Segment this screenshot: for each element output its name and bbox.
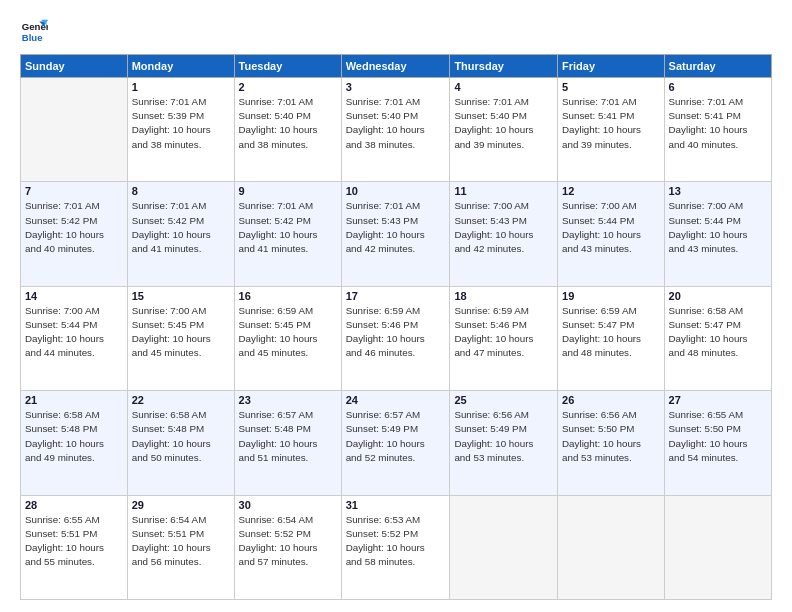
day-number: 6 <box>669 81 767 93</box>
day-detail: Sunrise: 7:01 AM Sunset: 5:42 PM Dayligh… <box>132 199 230 256</box>
calendar-header-thursday: Thursday <box>450 55 558 78</box>
day-number: 27 <box>669 394 767 406</box>
calendar-header-row: SundayMondayTuesdayWednesdayThursdayFrid… <box>21 55 772 78</box>
calendar-week-3: 14Sunrise: 7:00 AM Sunset: 5:44 PM Dayli… <box>21 286 772 390</box>
day-number: 9 <box>239 185 337 197</box>
calendar-header-wednesday: Wednesday <box>341 55 450 78</box>
calendar-cell <box>450 495 558 599</box>
calendar-cell: 7Sunrise: 7:01 AM Sunset: 5:42 PM Daylig… <box>21 182 128 286</box>
day-number: 31 <box>346 499 446 511</box>
calendar-cell: 2Sunrise: 7:01 AM Sunset: 5:40 PM Daylig… <box>234 78 341 182</box>
day-number: 14 <box>25 290 123 302</box>
calendar-cell: 13Sunrise: 7:00 AM Sunset: 5:44 PM Dayli… <box>664 182 771 286</box>
calendar-cell: 30Sunrise: 6:54 AM Sunset: 5:52 PM Dayli… <box>234 495 341 599</box>
calendar-cell: 10Sunrise: 7:01 AM Sunset: 5:43 PM Dayli… <box>341 182 450 286</box>
day-detail: Sunrise: 6:59 AM Sunset: 5:46 PM Dayligh… <box>346 304 446 361</box>
day-number: 11 <box>454 185 553 197</box>
calendar-cell: 11Sunrise: 7:00 AM Sunset: 5:43 PM Dayli… <box>450 182 558 286</box>
day-detail: Sunrise: 6:55 AM Sunset: 5:50 PM Dayligh… <box>669 408 767 465</box>
calendar-header-monday: Monday <box>127 55 234 78</box>
day-detail: Sunrise: 6:58 AM Sunset: 5:47 PM Dayligh… <box>669 304 767 361</box>
calendar-cell: 14Sunrise: 7:00 AM Sunset: 5:44 PM Dayli… <box>21 286 128 390</box>
day-detail: Sunrise: 6:55 AM Sunset: 5:51 PM Dayligh… <box>25 513 123 570</box>
svg-text:Blue: Blue <box>22 32 43 43</box>
day-detail: Sunrise: 7:01 AM Sunset: 5:39 PM Dayligh… <box>132 95 230 152</box>
day-detail: Sunrise: 6:59 AM Sunset: 5:47 PM Dayligh… <box>562 304 660 361</box>
day-number: 24 <box>346 394 446 406</box>
calendar-cell <box>664 495 771 599</box>
calendar-cell: 8Sunrise: 7:01 AM Sunset: 5:42 PM Daylig… <box>127 182 234 286</box>
calendar-cell: 5Sunrise: 7:01 AM Sunset: 5:41 PM Daylig… <box>558 78 665 182</box>
logo-icon: General Blue <box>20 18 48 46</box>
day-number: 20 <box>669 290 767 302</box>
day-detail: Sunrise: 6:58 AM Sunset: 5:48 PM Dayligh… <box>25 408 123 465</box>
day-number: 2 <box>239 81 337 93</box>
day-number: 21 <box>25 394 123 406</box>
day-number: 5 <box>562 81 660 93</box>
calendar-cell: 15Sunrise: 7:00 AM Sunset: 5:45 PM Dayli… <box>127 286 234 390</box>
day-number: 4 <box>454 81 553 93</box>
day-detail: Sunrise: 6:56 AM Sunset: 5:50 PM Dayligh… <box>562 408 660 465</box>
day-number: 1 <box>132 81 230 93</box>
day-detail: Sunrise: 7:01 AM Sunset: 5:42 PM Dayligh… <box>239 199 337 256</box>
day-detail: Sunrise: 6:53 AM Sunset: 5:52 PM Dayligh… <box>346 513 446 570</box>
calendar-week-4: 21Sunrise: 6:58 AM Sunset: 5:48 PM Dayli… <box>21 391 772 495</box>
calendar-cell: 31Sunrise: 6:53 AM Sunset: 5:52 PM Dayli… <box>341 495 450 599</box>
day-number: 15 <box>132 290 230 302</box>
day-detail: Sunrise: 7:01 AM Sunset: 5:40 PM Dayligh… <box>346 95 446 152</box>
calendar-cell: 9Sunrise: 7:01 AM Sunset: 5:42 PM Daylig… <box>234 182 341 286</box>
calendar-header-tuesday: Tuesday <box>234 55 341 78</box>
calendar-cell: 24Sunrise: 6:57 AM Sunset: 5:49 PM Dayli… <box>341 391 450 495</box>
day-number: 30 <box>239 499 337 511</box>
day-number: 28 <box>25 499 123 511</box>
day-detail: Sunrise: 6:56 AM Sunset: 5:49 PM Dayligh… <box>454 408 553 465</box>
calendar-week-1: 1Sunrise: 7:01 AM Sunset: 5:39 PM Daylig… <box>21 78 772 182</box>
calendar-cell: 4Sunrise: 7:01 AM Sunset: 5:40 PM Daylig… <box>450 78 558 182</box>
page: General Blue SundayMondayTuesdayWednesda… <box>0 0 792 612</box>
calendar-header-friday: Friday <box>558 55 665 78</box>
calendar-cell: 28Sunrise: 6:55 AM Sunset: 5:51 PM Dayli… <box>21 495 128 599</box>
day-detail: Sunrise: 6:58 AM Sunset: 5:48 PM Dayligh… <box>132 408 230 465</box>
day-number: 25 <box>454 394 553 406</box>
calendar-cell: 18Sunrise: 6:59 AM Sunset: 5:46 PM Dayli… <box>450 286 558 390</box>
day-number: 26 <box>562 394 660 406</box>
calendar-cell: 22Sunrise: 6:58 AM Sunset: 5:48 PM Dayli… <box>127 391 234 495</box>
calendar-cell <box>21 78 128 182</box>
calendar-cell: 25Sunrise: 6:56 AM Sunset: 5:49 PM Dayli… <box>450 391 558 495</box>
day-detail: Sunrise: 7:01 AM Sunset: 5:43 PM Dayligh… <box>346 199 446 256</box>
calendar-cell <box>558 495 665 599</box>
day-detail: Sunrise: 7:01 AM Sunset: 5:40 PM Dayligh… <box>454 95 553 152</box>
calendar-cell: 20Sunrise: 6:58 AM Sunset: 5:47 PM Dayli… <box>664 286 771 390</box>
calendar-header-saturday: Saturday <box>664 55 771 78</box>
calendar-week-5: 28Sunrise: 6:55 AM Sunset: 5:51 PM Dayli… <box>21 495 772 599</box>
logo: General Blue <box>20 18 52 46</box>
day-detail: Sunrise: 7:01 AM Sunset: 5:42 PM Dayligh… <box>25 199 123 256</box>
calendar-cell: 17Sunrise: 6:59 AM Sunset: 5:46 PM Dayli… <box>341 286 450 390</box>
calendar-table: SundayMondayTuesdayWednesdayThursdayFrid… <box>20 54 772 600</box>
day-detail: Sunrise: 6:54 AM Sunset: 5:52 PM Dayligh… <box>239 513 337 570</box>
day-detail: Sunrise: 7:00 AM Sunset: 5:44 PM Dayligh… <box>562 199 660 256</box>
day-detail: Sunrise: 6:57 AM Sunset: 5:49 PM Dayligh… <box>346 408 446 465</box>
calendar-week-2: 7Sunrise: 7:01 AM Sunset: 5:42 PM Daylig… <box>21 182 772 286</box>
calendar-cell: 29Sunrise: 6:54 AM Sunset: 5:51 PM Dayli… <box>127 495 234 599</box>
day-detail: Sunrise: 7:00 AM Sunset: 5:45 PM Dayligh… <box>132 304 230 361</box>
day-detail: Sunrise: 7:00 AM Sunset: 5:44 PM Dayligh… <box>669 199 767 256</box>
day-detail: Sunrise: 7:01 AM Sunset: 5:40 PM Dayligh… <box>239 95 337 152</box>
day-detail: Sunrise: 7:00 AM Sunset: 5:44 PM Dayligh… <box>25 304 123 361</box>
day-detail: Sunrise: 7:01 AM Sunset: 5:41 PM Dayligh… <box>562 95 660 152</box>
day-number: 10 <box>346 185 446 197</box>
calendar-cell: 23Sunrise: 6:57 AM Sunset: 5:48 PM Dayli… <box>234 391 341 495</box>
calendar-cell: 26Sunrise: 6:56 AM Sunset: 5:50 PM Dayli… <box>558 391 665 495</box>
calendar-cell: 27Sunrise: 6:55 AM Sunset: 5:50 PM Dayli… <box>664 391 771 495</box>
day-number: 13 <box>669 185 767 197</box>
day-detail: Sunrise: 7:00 AM Sunset: 5:43 PM Dayligh… <box>454 199 553 256</box>
day-detail: Sunrise: 6:54 AM Sunset: 5:51 PM Dayligh… <box>132 513 230 570</box>
day-detail: Sunrise: 6:59 AM Sunset: 5:46 PM Dayligh… <box>454 304 553 361</box>
header: General Blue <box>20 18 772 46</box>
day-number: 12 <box>562 185 660 197</box>
calendar-cell: 12Sunrise: 7:00 AM Sunset: 5:44 PM Dayli… <box>558 182 665 286</box>
calendar-cell: 1Sunrise: 7:01 AM Sunset: 5:39 PM Daylig… <box>127 78 234 182</box>
day-detail: Sunrise: 6:59 AM Sunset: 5:45 PM Dayligh… <box>239 304 337 361</box>
day-number: 17 <box>346 290 446 302</box>
day-number: 29 <box>132 499 230 511</box>
